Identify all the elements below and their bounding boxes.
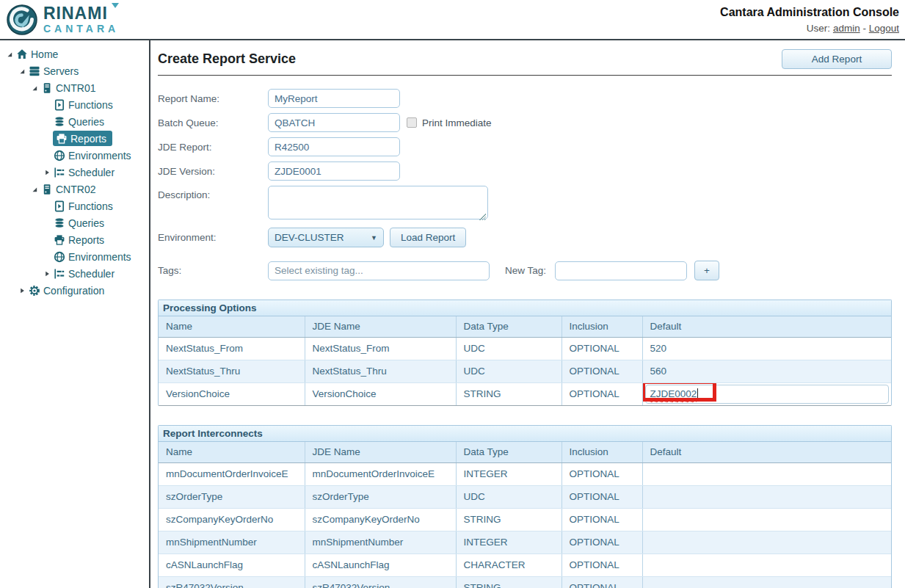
cell: mnDocumentOrderInvoiceE [159, 462, 305, 485]
collapse-arrow-icon[interactable] [29, 186, 40, 193]
page-title: Create Report Service [158, 51, 296, 67]
cell [642, 553, 891, 576]
environments-icon [53, 250, 65, 263]
user-line: User: admin - Logout [720, 23, 899, 34]
tree-item-label: Environments [68, 150, 131, 161]
column-header-name: Name [159, 316, 305, 337]
column-header-jde-name: JDE Name [305, 442, 456, 462]
column-header-data-type: Data Type [456, 316, 561, 337]
jde-report-input[interactable] [268, 137, 400, 156]
add-report-button[interactable]: Add Report [782, 49, 892, 69]
cell: NextStatus_Thru [159, 360, 305, 382]
user-link[interactable]: admin [833, 23, 860, 34]
collapse-arrow-icon[interactable] [4, 51, 15, 58]
cell: ZJDE0002 [642, 382, 891, 405]
tree-item-reports[interactable]: Reports [0, 231, 149, 248]
collapse-arrow-icon[interactable] [29, 84, 40, 92]
tree-item-functions[interactable]: Functions [0, 96, 149, 113]
column-header-default: Default [642, 442, 891, 462]
description-textarea[interactable] [268, 186, 488, 219]
resize-handle-icon[interactable] [479, 214, 486, 220]
brand-logo: RINAMI CANTARA [6, 4, 119, 36]
cell: OPTIONAL [561, 531, 642, 553]
tree-item-label: Scheduler [68, 268, 115, 280]
tree-item-scheduler[interactable]: Scheduler [0, 265, 149, 282]
jde-version-input[interactable] [268, 161, 400, 181]
processing-options-panel: Processing Options NameJDE NameData Type… [158, 300, 892, 406]
cell: NextStatus_Thru [305, 360, 456, 382]
user-label: User: [807, 23, 830, 34]
tree-item-label: Environments [68, 251, 131, 263]
tree-item-label: Servers [43, 65, 79, 77]
tree-item-label: Queries [68, 217, 104, 229]
default-value-input[interactable]: ZJDE0002 [645, 385, 890, 404]
reports-icon [53, 233, 65, 246]
tree-item-servers[interactable]: Servers [0, 62, 149, 79]
cell: OPTIONAL [561, 360, 642, 382]
print-immediate-label: Print Immediate [422, 117, 492, 128]
page: RINAMI CANTARA Cantara Administration Co… [0, 0, 905, 588]
environments-icon [53, 149, 65, 161]
cell: INTEGER [456, 531, 561, 553]
cell: OPTIONAL [561, 485, 642, 508]
processing-options-table: NameJDE NameData TypeInclusionDefault Ne… [159, 316, 891, 405]
cell [642, 508, 891, 531]
tree-item-environments[interactable]: Environments [0, 248, 149, 265]
cell: VersionChoice [305, 382, 456, 405]
environment-select[interactable]: DEV-CLUSTER ▼ [268, 228, 384, 247]
tags-label: Tags: [158, 265, 268, 276]
jde-version-label: JDE Version: [158, 166, 268, 177]
collapse-arrow-icon[interactable] [16, 68, 28, 75]
tree-item-scheduler[interactable]: Scheduler [0, 164, 149, 181]
tree-item-label: Functions [68, 99, 113, 111]
new-tag-input[interactable] [555, 261, 687, 280]
queries-icon [53, 115, 65, 128]
tree-item-home[interactable]: Home [0, 46, 149, 62]
description-label: Description: [158, 189, 268, 200]
print-immediate-checkbox[interactable] [407, 117, 417, 128]
default-value-text: ZJDE0002 [650, 388, 697, 399]
servers-icon [28, 65, 40, 77]
tree-item-environments[interactable]: Environments [0, 147, 149, 164]
tree-item-functions[interactable]: Functions [0, 197, 149, 214]
tree-item-queries[interactable]: Queries [0, 113, 149, 130]
configuration-icon [28, 284, 40, 297]
load-report-button[interactable]: Load Report [390, 228, 466, 247]
server-icon [40, 183, 53, 195]
tree-item-configuration[interactable]: Configuration [0, 282, 149, 299]
column-header-inclusion: Inclusion [561, 316, 642, 337]
report-interconnects-table: NameJDE NameData TypeInclusionDefault mn… [159, 442, 891, 588]
report-name-label: Report Name: [158, 93, 268, 104]
tree-item-queries[interactable]: Queries [0, 214, 149, 231]
cell: INTEGER [456, 462, 561, 485]
tree-item-reports[interactable]: Reports [0, 130, 149, 147]
cell: OPTIONAL [561, 337, 642, 360]
app-title: Cantara Administration Console [720, 6, 899, 19]
brand-primary: RINAMI [43, 5, 119, 22]
cell: OPTIONAL [561, 553, 642, 576]
functions-icon [53, 200, 65, 212]
sidebar: HomeServersCNTR01FunctionsQueriesReports… [0, 40, 150, 588]
expand-arrow-icon[interactable] [16, 287, 28, 294]
tree-item-label: Configuration [43, 285, 104, 297]
cell: UDC [456, 485, 561, 508]
add-tag-button[interactable]: + [694, 261, 719, 280]
expand-arrow-icon[interactable] [41, 270, 53, 277]
logout-link[interactable]: Logout [869, 23, 899, 34]
batch-queue-input[interactable] [268, 113, 400, 132]
home-icon [15, 48, 28, 60]
report-name-input[interactable] [268, 89, 400, 108]
cell: szR47032Version [159, 576, 305, 588]
tree-item-cntr02[interactable]: CNTR02 [0, 181, 149, 197]
column-header-default: Default [642, 316, 891, 337]
cell [642, 531, 891, 553]
cell: STRING [456, 508, 561, 531]
cell: OPTIONAL [561, 576, 642, 588]
table-row: mnDocumentOrderInvoiceEmnDocumentOrderIn… [159, 462, 891, 485]
expand-arrow-icon[interactable] [41, 169, 53, 176]
brand-secondary: CANTARA [43, 23, 119, 34]
cell: szR47032Version [305, 576, 456, 588]
user-separator: - [862, 23, 866, 34]
tree-item-cntr01[interactable]: CNTR01 [0, 79, 149, 96]
tags-input[interactable] [268, 261, 490, 280]
